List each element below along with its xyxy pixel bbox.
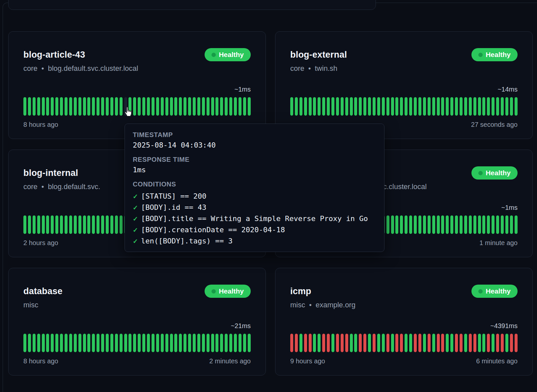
status-bar[interactable] [336, 97, 339, 116]
status-bar[interactable] [487, 97, 490, 116]
status-bar[interactable] [152, 334, 155, 352]
status-bar[interactable] [327, 97, 330, 116]
status-bar[interactable] [184, 97, 186, 116]
status-bar[interactable] [65, 334, 68, 352]
status-bar[interactable] [197, 334, 200, 352]
status-bar[interactable] [165, 97, 168, 116]
status-bar[interactable] [120, 215, 123, 234]
status-bar[interactable] [359, 334, 362, 352]
status-bar[interactable] [215, 97, 218, 116]
status-bar[interactable] [299, 97, 302, 116]
status-bar[interactable] [409, 334, 412, 352]
status-bar[interactable] [354, 334, 357, 352]
status-bar[interactable] [391, 97, 394, 116]
status-bar[interactable] [405, 97, 408, 116]
status-bar[interactable] [220, 334, 223, 352]
status-bar[interactable] [478, 215, 481, 234]
status-bar[interactable] [482, 97, 485, 116]
status-bar[interactable] [441, 334, 444, 352]
status-bar[interactable] [92, 215, 95, 234]
status-bar[interactable] [170, 334, 173, 352]
status-bar[interactable] [313, 334, 316, 352]
status-bar[interactable] [331, 97, 334, 116]
status-bar[interactable] [368, 334, 371, 352]
status-bar[interactable] [97, 97, 99, 116]
endpoint-card-blog-article-43[interactable]: blog-article-43 Healthy core • blog.defa… [8, 31, 266, 139]
status-bar[interactable] [51, 215, 54, 234]
status-bar[interactable] [295, 334, 298, 352]
status-bar[interactable] [133, 97, 136, 116]
status-bar[interactable] [309, 334, 312, 352]
status-bar[interactable] [428, 215, 431, 234]
status-bar[interactable] [492, 334, 495, 352]
status-bar[interactable] [455, 215, 458, 234]
status-bar[interactable] [207, 97, 210, 116]
status-bar[interactable] [156, 97, 159, 116]
status-bar[interactable] [510, 97, 513, 116]
status-bar[interactable] [225, 334, 228, 352]
status-bar[interactable] [450, 97, 453, 116]
status-bar[interactable] [441, 215, 444, 234]
status-bar[interactable] [464, 215, 467, 234]
status-bar[interactable] [496, 334, 499, 352]
status-bar[interactable] [492, 215, 495, 234]
status-bar[interactable] [115, 334, 118, 352]
status-bar[interactable] [473, 97, 476, 116]
status-bar[interactable] [92, 97, 95, 116]
status-bar[interactable] [106, 215, 109, 234]
status-bar[interactable] [395, 97, 398, 116]
status-bar[interactable] [202, 97, 205, 116]
status-bar[interactable] [418, 334, 421, 352]
status-bar[interactable] [78, 334, 81, 352]
status-bar[interactable] [193, 334, 196, 352]
status-bar[interactable] [161, 97, 164, 116]
status-bar[interactable] [152, 97, 155, 116]
status-bar[interactable] [446, 215, 449, 234]
status-bar[interactable] [478, 97, 481, 116]
status-bar[interactable] [55, 215, 58, 234]
status-bar[interactable] [400, 334, 403, 352]
status-bar[interactable] [515, 215, 518, 234]
status-bar[interactable] [391, 334, 394, 352]
status-bar[interactable] [377, 97, 380, 116]
status-bar[interactable] [128, 334, 131, 352]
status-bar[interactable] [220, 97, 223, 116]
status-bar[interactable] [69, 334, 72, 352]
status-bar[interactable] [336, 334, 339, 352]
status-bar[interactable] [101, 334, 104, 352]
status-bar[interactable] [327, 334, 330, 352]
status-bar[interactable] [239, 97, 241, 116]
status-bar[interactable] [341, 334, 344, 352]
status-bar[interactable] [248, 97, 251, 116]
status-bar[interactable] [322, 97, 325, 116]
status-bar[interactable] [124, 334, 127, 352]
status-bar[interactable] [510, 334, 513, 352]
status-bar[interactable] [33, 215, 36, 234]
status-bar[interactable] [318, 334, 321, 352]
status-bar[interactable] [165, 334, 168, 352]
status-bar[interactable] [382, 334, 385, 352]
status-bar[interactable] [373, 334, 376, 352]
status-bar[interactable] [101, 97, 104, 116]
status-bar[interactable] [156, 334, 159, 352]
status-bar[interactable] [46, 334, 49, 352]
status-bar[interactable] [115, 215, 118, 234]
status-bar[interactable] [234, 97, 237, 116]
status-bar[interactable] [65, 215, 68, 234]
status-bar[interactable] [211, 97, 214, 116]
partial-card-above[interactable] [8, 0, 376, 10]
status-bar[interactable] [428, 97, 431, 116]
status-bar[interactable] [400, 97, 403, 116]
status-bar[interactable] [37, 215, 40, 234]
status-bar[interactable] [243, 97, 246, 116]
status-bar[interactable] [322, 334, 325, 352]
status-bar[interactable] [179, 97, 182, 116]
status-bar[interactable] [505, 215, 508, 234]
status-bar[interactable] [359, 97, 362, 116]
status-bar[interactable] [405, 215, 408, 234]
status-bar[interactable] [501, 97, 504, 116]
status-bar[interactable] [432, 97, 435, 116]
status-bar[interactable] [55, 97, 58, 116]
status-bar[interactable] [174, 334, 177, 352]
status-bar[interactable] [69, 215, 72, 234]
